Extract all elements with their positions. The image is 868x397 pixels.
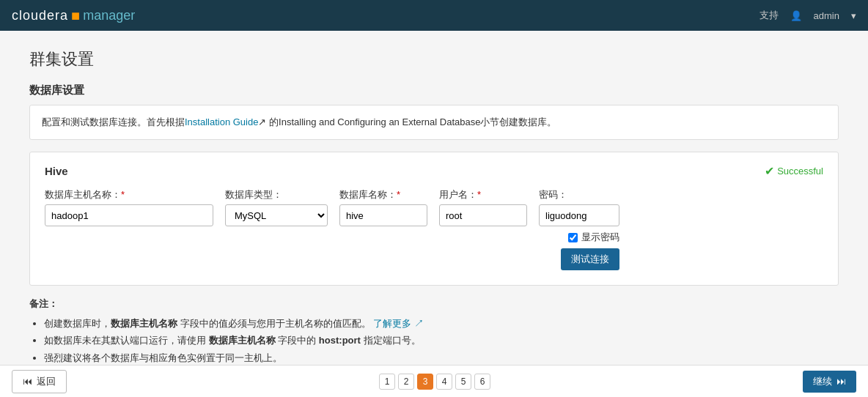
dbtype-group: 数据库类型： MySQL PostgreSQL Oracle [225,188,328,226]
manager-wordmark: manager [83,8,135,23]
note-item-3: 强烈建议将各个数据库与相应角色实例置于同一主机上。 [44,349,839,366]
page-title: 群集设置 [29,48,839,70]
cloudera-wordmark: cloudera [12,8,68,23]
dbname-group: 数据库名称：* [339,188,427,226]
notes-section: 备注： 创建数据库时，数据库主机名称 字段中的值必须与您用于主机名称的值匹配。 … [29,297,839,366]
hostname-group: 数据库主机名称：* [45,188,213,226]
footer: ⏮ 返回 1 2 3 4 5 6 继续 ⏭ [0,365,868,384]
page-6[interactable]: 6 [474,374,490,385]
page-4[interactable]: 4 [436,374,452,385]
show-password-checkbox[interactable] [568,233,578,242]
note-item-2: 如数据库未在其默认端口运行，请使用 数据库主机名称 字段中的 host:port… [44,332,839,349]
user-icon: 👤 [790,10,802,21]
hive-db-card: Hive ✔ Successful 数据库主机名称：* 数据库类型： MySQL… [29,152,839,286]
info-text-after: 的Installing and Configuring an External … [266,116,556,127]
success-badge: ✔ Successful [765,164,823,178]
dbname-required: * [397,189,400,200]
page-2[interactable]: 2 [398,374,414,385]
hostname-required: * [121,189,125,200]
db-form-row: 数据库主机名称：* 数据库类型： MySQL PostgreSQL Oracle… [45,188,823,270]
logo: cloudera ■ manager [12,7,135,24]
db-section-title: 数据库设置 [29,84,839,97]
info-text-before: 配置和测试数据库连接。首先根据 [42,116,185,127]
header: cloudera ■ manager 支持 👤 admin ▾ [0,0,868,31]
dbtype-select[interactable]: MySQL PostgreSQL Oracle [225,204,328,226]
notes-list: 创建数据库时，数据库主机名称 字段中的值必须与您用于主机名称的值匹配。 了解更多… [29,315,839,366]
success-label: Successful [777,166,823,177]
support-link[interactable]: 支持 [760,9,779,22]
back-icon: ⏮ [23,376,32,384]
page-3-active[interactable]: 3 [417,374,433,385]
checkmark-icon: ✔ [765,164,774,178]
continue-label: 继续 [813,375,832,385]
back-button[interactable]: ⏮ 返回 [12,370,67,385]
logo-dot: ■ [71,7,80,24]
username-group: 用户名：* [439,188,527,226]
dbtype-label: 数据库类型： [225,188,328,201]
dbname-input[interactable] [339,204,427,226]
learn-more-link[interactable]: 了解更多 ↗ [373,318,424,329]
admin-dropdown-icon[interactable]: ▾ [851,10,856,21]
info-link-ext: ↗ [258,116,266,127]
continue-icon: ⏭ [836,376,846,384]
page-5[interactable]: 5 [455,374,471,385]
installation-guide-link[interactable]: Installation Guide [185,116,258,127]
header-actions: 支持 👤 admin ▾ [760,9,856,22]
password-input[interactable] [539,204,619,226]
note2-hostport: host:port [319,335,361,346]
password-section: 显示密码 测试连接 [539,204,619,270]
continue-button[interactable]: 继续 ⏭ [803,371,856,385]
username-input[interactable] [439,204,527,226]
hive-card-header: Hive ✔ Successful [45,164,823,178]
notes-title: 备注： [29,297,839,311]
password-label: 密码： [539,188,619,201]
username-label: 用户名：* [439,188,527,201]
show-password-row: 显示密码 [568,231,619,244]
note1-bold: 数据库主机名称 [111,318,177,329]
show-password-label: 显示密码 [581,231,619,244]
back-label: 返回 [37,375,56,385]
test-connection-button[interactable]: 测试连接 [561,248,619,270]
note-item-1: 创建数据库时，数据库主机名称 字段中的值必须与您用于主机名称的值匹配。 了解更多… [44,315,839,332]
main-content: 群集设置 数据库设置 配置和测试数据库连接。首先根据Installation G… [0,31,868,384]
hive-title: Hive [45,165,68,177]
hostname-label: 数据库主机名称：* [45,188,213,201]
hostname-input[interactable] [45,204,213,226]
dbname-label: 数据库名称：* [339,188,427,201]
pagination: 1 2 3 4 5 6 [379,374,490,385]
username-required: * [477,189,481,200]
admin-link[interactable]: admin [814,10,839,21]
note2-bold: 数据库主机名称 [209,335,276,346]
info-box: 配置和测试数据库连接。首先根据Installation Guide↗ 的Inst… [29,105,839,140]
page-1[interactable]: 1 [379,374,395,385]
password-group: 密码： 显示密码 测试连接 [539,188,619,270]
